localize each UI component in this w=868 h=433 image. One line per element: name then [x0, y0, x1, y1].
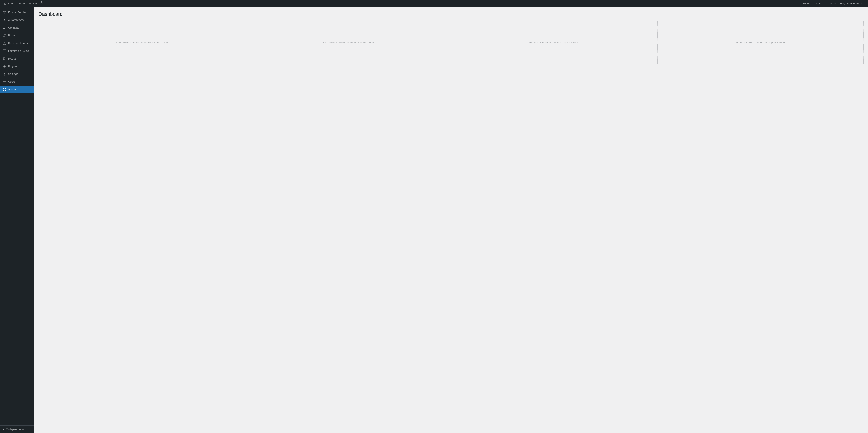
- widget-placeholder-1: Add boxes from the Screen Options menu: [116, 41, 168, 44]
- sidebar-item-funnel-builder-label: Funnel Builder: [8, 11, 26, 15]
- widget-placeholder-4: Add boxes from the Screen Options menu: [735, 41, 786, 44]
- sidebar-item-plugins-label: Plugins: [8, 65, 17, 68]
- new-button[interactable]: + New: [27, 0, 39, 7]
- sidebar-item-pages[interactable]: Pages: [0, 32, 34, 39]
- svg-rect-3: [3, 28, 6, 28]
- page-title: Dashboard: [38, 11, 864, 18]
- dashboard-widget-box-2: Add boxes from the Screen Options menu: [245, 21, 451, 64]
- sidebar-item-settings[interactable]: Settings: [0, 70, 34, 78]
- search-contact-button[interactable]: Search Contact: [800, 0, 824, 7]
- sidebar-item-formidable-forms[interactable]: Formidable Forms: [0, 47, 34, 55]
- svg-rect-8: [3, 50, 6, 52]
- svg-rect-16: [5, 88, 6, 89]
- sidebar: Funnel Builder Automations Contacts Page…: [0, 7, 34, 433]
- widget-placeholder-2: Add boxes from the Screen Options menu: [322, 41, 374, 44]
- dashboard-widget-box-1: Add boxes from the Screen Options menu: [39, 21, 245, 64]
- wp-logo-icon: ⌂: [4, 1, 7, 6]
- svg-rect-10: [4, 58, 6, 60]
- sidebar-item-users[interactable]: Users: [0, 78, 34, 86]
- sidebar-item-kadence-forms[interactable]: Kadence Forms: [0, 39, 34, 47]
- sidebar-item-automations-label: Automations: [8, 19, 24, 22]
- account-button[interactable]: Account: [824, 0, 838, 7]
- site-name-label: Kedai Contoh: [8, 2, 25, 5]
- svg-marker-1: [41, 2, 42, 3]
- svg-rect-15: [3, 88, 4, 89]
- widget-placeholder-3: Add boxes from the Screen Options menu: [528, 41, 580, 44]
- account-menu-icon: [3, 88, 6, 91]
- sidebar-item-account-label: Account: [8, 88, 18, 91]
- admin-bar: ⌂ Kedai Contoh + New Search Contact Acco…: [0, 0, 868, 7]
- sidebar-item-media-label: Media: [8, 57, 16, 61]
- collapse-menu-label: Collapse menu: [6, 428, 25, 431]
- dashboard-widget-box-4: Add boxes from the Screen Options menu: [657, 21, 864, 64]
- sidebar-item-media[interactable]: Media: [0, 55, 34, 62]
- dashboard-widget-box-3: Add boxes from the Screen Options menu: [451, 21, 657, 64]
- svg-rect-17: [3, 90, 4, 91]
- svg-rect-9: [3, 58, 5, 59]
- compass-icon: [40, 1, 44, 6]
- users-icon: [3, 80, 6, 84]
- account-label: Account: [826, 2, 836, 5]
- site-name-button[interactable]: ⌂ Kedai Contoh: [3, 0, 27, 7]
- sidebar-item-plugins[interactable]: Plugins: [0, 62, 34, 70]
- kadence-forms-icon: [3, 41, 6, 45]
- adminbar-right: Search Contact Account Hai, accountdemo!: [800, 0, 865, 7]
- sidebar-item-users-label: Users: [8, 80, 16, 84]
- wp-layout: Funnel Builder Automations Contacts Page…: [0, 0, 868, 433]
- dashboard-grid: Add boxes from the Screen Options menu A…: [38, 21, 864, 64]
- collapse-icon: ◀: [3, 428, 4, 431]
- settings-icon: [3, 72, 6, 76]
- sidebar-item-settings-label: Settings: [8, 73, 18, 76]
- pages-icon: [3, 34, 6, 37]
- media-icon: [3, 57, 6, 61]
- plugins-icon: [3, 64, 6, 68]
- sidebar-item-funnel-builder[interactable]: Funnel Builder: [0, 8, 34, 16]
- new-plus-icon: +: [29, 2, 31, 5]
- main-content: Dashboard Add boxes from the Screen Opti…: [34, 7, 868, 433]
- greeting-label: Hai, accountdemo!: [840, 2, 863, 5]
- formidable-forms-icon: [3, 49, 6, 53]
- funnel-builder-icon: [3, 10, 6, 15]
- new-label: New: [32, 2, 37, 5]
- svg-point-14: [5, 81, 6, 82]
- collapse-menu-button[interactable]: ◀ Collapse menu: [0, 425, 34, 433]
- sidebar-item-formidable-forms-label: Formidable Forms: [8, 50, 29, 53]
- sidebar-item-automations[interactable]: Automations: [0, 16, 34, 24]
- sidebar-item-account[interactable]: Account: [0, 86, 34, 93]
- contacts-icon: [3, 26, 6, 30]
- svg-rect-4: [3, 28, 5, 29]
- adminbar-left: ⌂ Kedai Contoh + New: [3, 0, 44, 7]
- automations-icon: [3, 18, 6, 22]
- svg-rect-18: [5, 90, 6, 91]
- search-contact-label: Search Contact: [802, 2, 822, 5]
- sidebar-item-contacts[interactable]: Contacts: [0, 24, 34, 32]
- svg-rect-2: [3, 27, 6, 27]
- sidebar-item-pages-label: Pages: [8, 34, 16, 37]
- sidebar-item-kadence-forms-label: Kadence Forms: [8, 41, 28, 45]
- sidebar-item-contacts-label: Contacts: [8, 26, 19, 30]
- svg-point-12: [4, 74, 5, 75]
- greeting-text: Hai, accountdemo!: [838, 0, 865, 7]
- svg-point-13: [4, 81, 5, 82]
